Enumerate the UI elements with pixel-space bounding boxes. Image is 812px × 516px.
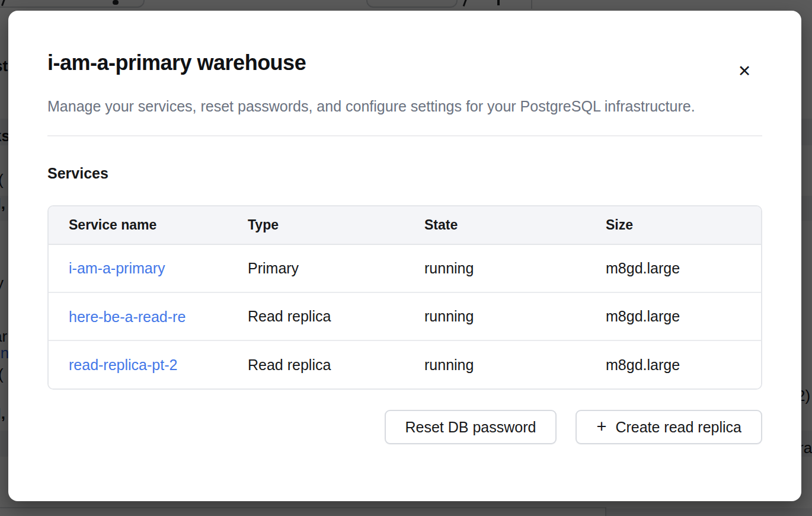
service-name-link[interactable]: read-replica-pt-2	[69, 356, 177, 373]
service-row: i-am-a-primaryPrimaryrunningm8gd.large	[49, 244, 761, 292]
plus-icon: +	[596, 418, 606, 435]
service-name-cell: here-be-a-read-re	[49, 292, 228, 340]
service-state-cell: running	[404, 340, 586, 388]
service-type-cell: Read replica	[228, 292, 404, 340]
services-heading: Services	[47, 165, 762, 181]
service-size-cell: m8gd.large	[586, 244, 761, 292]
services-table-header-row: Service nameTypeStateSize	[49, 206, 761, 244]
column-header-type: Type	[228, 206, 404, 244]
close-button[interactable]: ✕	[731, 58, 757, 84]
service-row: read-replica-pt-2Read replicarunningm8gd…	[49, 340, 761, 388]
warehouse-dialog: i-am-a-primary warehouse ✕ Manage your s…	[8, 11, 801, 501]
column-header-size: Size	[586, 206, 761, 244]
reset-db-password-button[interactable]: Reset DB password	[385, 410, 557, 444]
services-table: Service nameTypeStateSize i-am-a-primary…	[47, 205, 762, 390]
screen: stks(M,yarin(M,2)ra i-am-a-primary wareh…	[0, 0, 812, 516]
service-state-cell: running	[404, 244, 586, 292]
service-name-cell: i-am-a-primary	[49, 244, 228, 292]
create-read-replica-button[interactable]: + Create read replica	[576, 410, 762, 444]
services-table-body: i-am-a-primaryPrimaryrunningm8gd.largehe…	[49, 244, 761, 388]
divider	[47, 135, 762, 136]
dialog-description: Manage your services, reset passwords, a…	[47, 94, 723, 119]
service-name-link[interactable]: i-am-a-primary	[69, 260, 165, 276]
reset-db-password-label: Reset DB password	[405, 419, 536, 436]
create-read-replica-label: Create read replica	[615, 419, 741, 436]
column-header-state: State	[404, 206, 586, 244]
service-size-cell: m8gd.large	[586, 292, 761, 340]
service-size-cell: m8gd.large	[586, 340, 761, 388]
dialog-actions: Reset DB password + Create read replica	[47, 410, 762, 444]
column-header-service-name: Service name	[49, 206, 228, 244]
service-name-cell: read-replica-pt-2	[49, 340, 228, 388]
service-state-cell: running	[404, 292, 586, 340]
service-row: here-be-a-read-reRead replicarunningm8gd…	[49, 292, 761, 340]
service-name-link[interactable]: here-be-a-read-re	[69, 308, 186, 326]
service-type-cell: Primary	[228, 244, 404, 292]
service-type-cell: Read replica	[228, 340, 404, 388]
close-icon: ✕	[738, 63, 752, 79]
dialog-title: i-am-a-primary warehouse	[47, 50, 762, 76]
